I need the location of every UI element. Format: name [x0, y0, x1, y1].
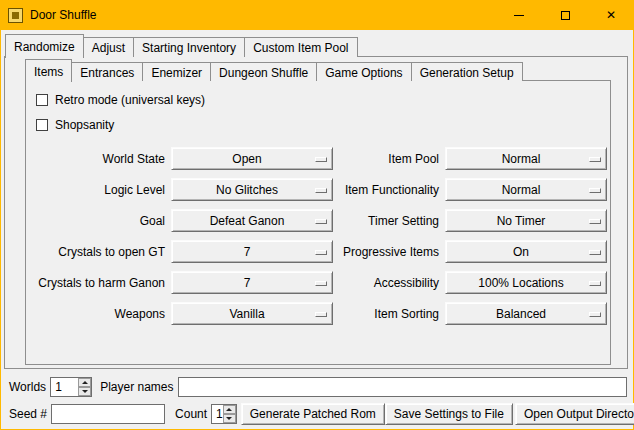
worlds-spinbox[interactable]: 1	[50, 377, 92, 397]
world-state-dropdown[interactable]: Open	[171, 147, 333, 170]
accessibility-dropdown[interactable]: 100% Locations	[445, 271, 607, 294]
tab-game-options[interactable]: Game Options	[316, 62, 411, 81]
crystals-open-gt-dropdown[interactable]: 7	[171, 240, 333, 263]
crystals-open-gt-label: Crystals to open GT	[36, 245, 167, 259]
tab-adjust[interactable]: Adjust	[83, 37, 134, 57]
crystals-harm-ganon-dropdown[interactable]: 7	[171, 271, 333, 294]
count-label: Count	[175, 407, 207, 421]
dropdown-indicator-icon	[589, 219, 601, 224]
count-spinbox[interactable]: 1	[211, 404, 237, 424]
item-functionality-label: Item Functionality	[337, 183, 441, 197]
tab-generation-setup[interactable]: Generation Setup	[411, 62, 523, 81]
maximize-icon	[561, 11, 570, 20]
shopsanity-label: Shopsanity	[55, 118, 114, 132]
player-names-input[interactable]	[178, 377, 628, 397]
dropdown-indicator-icon	[315, 281, 327, 286]
arrow-down-icon	[226, 417, 232, 420]
dropdown-indicator-icon	[315, 188, 327, 193]
item-pool-label: Item Pool	[337, 152, 441, 166]
arrow-up-icon	[226, 408, 232, 411]
progressive-items-dropdown[interactable]: On	[445, 240, 607, 263]
close-button[interactable]: ✕	[588, 0, 634, 30]
window-title: Door Shuffle	[30, 8, 97, 22]
randomize-tab-pane: Items Entrances Enemizer Dungeon Shuffle…	[4, 56, 628, 369]
world-state-label: World State	[36, 152, 167, 166]
retro-mode-checkbox-row[interactable]: Retro mode (universal keys)	[36, 90, 610, 110]
progressive-items-label: Progressive Items	[337, 245, 441, 259]
tab-starting-inventory[interactable]: Starting Inventory	[133, 37, 245, 57]
seed-label: Seed #	[9, 407, 47, 421]
worlds-label: Worlds	[9, 380, 46, 394]
seed-row: Seed # Count 1 Generate Patched Rom Save…	[9, 402, 627, 425]
titlebar[interactable]: Door Shuffle ✕	[0, 0, 634, 30]
app-icon	[8, 8, 23, 23]
accessibility-label: Accessibility	[337, 276, 441, 290]
inner-tab-bar: Items Entrances Enemizer Dungeon Shuffle…	[25, 59, 523, 81]
caption-buttons: ✕	[496, 0, 634, 30]
weapons-dropdown[interactable]: Vanilla	[171, 302, 333, 325]
timer-setting-dropdown[interactable]: No Timer	[445, 209, 607, 232]
tab-custom-item-pool[interactable]: Custom Item Pool	[244, 37, 357, 57]
dropdown-indicator-icon	[315, 312, 327, 317]
seed-input[interactable]	[51, 404, 165, 424]
timer-setting-label: Timer Setting	[337, 214, 441, 228]
item-functionality-dropdown[interactable]: Normal	[445, 178, 607, 201]
shopsanity-checkbox-row[interactable]: Shopsanity	[36, 115, 610, 135]
worlds-spin-down-button[interactable]	[78, 387, 91, 396]
item-sorting-dropdown[interactable]: Balanced	[445, 302, 607, 325]
player-names-label: Player names	[100, 380, 173, 394]
item-sorting-label: Item Sorting	[337, 307, 441, 321]
dropdown-indicator-icon	[589, 281, 601, 286]
count-spin-down-button[interactable]	[223, 414, 236, 423]
worlds-row: Worlds 1 Player names	[9, 375, 627, 398]
maximize-button[interactable]	[542, 0, 588, 30]
minimize-button[interactable]	[496, 0, 542, 30]
tab-entrances[interactable]: Entrances	[71, 62, 143, 81]
count-spin-up-button[interactable]	[223, 405, 236, 414]
dropdown-indicator-icon	[315, 219, 327, 224]
retro-mode-checkbox[interactable]	[36, 94, 48, 106]
save-settings-button[interactable]: Save Settings to File	[385, 403, 513, 425]
dropdown-indicator-icon	[589, 250, 601, 255]
tab-items[interactable]: Items	[25, 59, 72, 82]
crystals-harm-ganon-label: Crystals to harm Ganon	[36, 276, 167, 290]
dropdown-indicator-icon	[315, 250, 327, 255]
minimize-icon	[514, 15, 524, 16]
app-window: Door Shuffle ✕ Randomize Adjust Starting…	[0, 0, 634, 430]
generate-patched-rom-button[interactable]: Generate Patched Rom	[241, 403, 385, 425]
tab-dungeon-shuffle[interactable]: Dungeon Shuffle	[210, 62, 317, 81]
tab-enemizer[interactable]: Enemizer	[142, 62, 211, 81]
logic-level-label: Logic Level	[36, 183, 167, 197]
options-grid: World State Open Item Pool Normal Logic …	[36, 147, 610, 325]
arrow-up-icon	[82, 381, 88, 384]
dropdown-indicator-icon	[589, 188, 601, 193]
dropdown-indicator-icon	[589, 157, 601, 162]
weapons-label: Weapons	[36, 307, 167, 321]
items-tab-pane: Retro mode (universal keys) Shopsanity W…	[25, 80, 611, 365]
shopsanity-checkbox[interactable]	[36, 119, 48, 131]
outer-tab-bar: Randomize Adjust Starting Inventory Cust…	[5, 34, 358, 57]
window-content: Randomize Adjust Starting Inventory Cust…	[1, 30, 633, 429]
logic-level-dropdown[interactable]: No Glitches	[171, 178, 333, 201]
worlds-spin-up-button[interactable]	[78, 378, 91, 387]
dropdown-indicator-icon	[315, 157, 327, 162]
arrow-down-icon	[82, 390, 88, 393]
goal-dropdown[interactable]: Defeat Ganon	[171, 209, 333, 232]
goal-label: Goal	[36, 214, 167, 228]
tab-randomize[interactable]: Randomize	[5, 34, 84, 58]
close-icon: ✕	[606, 9, 616, 21]
item-pool-dropdown[interactable]: Normal	[445, 147, 607, 170]
open-output-directory-button[interactable]: Open Output Directory	[515, 403, 634, 425]
retro-mode-label: Retro mode (universal keys)	[55, 93, 205, 107]
dropdown-indicator-icon	[589, 312, 601, 317]
